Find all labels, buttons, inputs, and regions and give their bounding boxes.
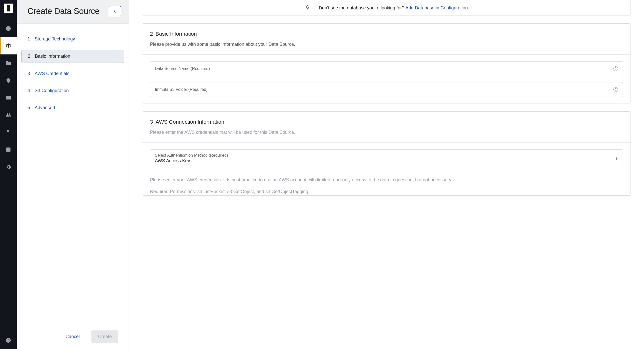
step-storage-technology[interactable]: 1 Storage Technology (21, 33, 124, 45)
page-title: Create Data Source (28, 6, 100, 16)
help-icon[interactable]: ? (613, 66, 618, 71)
rail-key[interactable] (0, 124, 17, 141)
tip-text: Don't see the database you're looking fo… (319, 5, 468, 11)
field-label: Immuta S3 Folder (Required) (155, 87, 208, 92)
step-label: S3 Configuration (35, 88, 69, 93)
section-description: Please enter the AWS credentials that wi… (150, 129, 623, 136)
basic-info-card: 2Basic Information Please provide us wit… (142, 23, 631, 104)
add-database-link[interactable]: Add Database in Configuration (405, 5, 468, 10)
field-value: AWS Access Key (155, 158, 228, 164)
nav-rail (0, 0, 17, 349)
step-basic-information[interactable]: 2 Basic Information (21, 50, 124, 63)
step-label: Storage Technology (35, 36, 75, 42)
step-label: Advanced (35, 105, 55, 110)
rail-logout[interactable] (0, 332, 17, 349)
rail-users[interactable] (0, 106, 17, 124)
rail-layers[interactable] (0, 37, 17, 54)
aws-note: Please enter your AWS credentials. It is… (142, 177, 631, 184)
section-description: Please provide us with some basic inform… (150, 41, 623, 48)
step-aws-credentials[interactable]: 3 AWS Credentials (21, 67, 124, 80)
rail-reports[interactable] (0, 141, 17, 158)
arrow-right-circle-icon (6, 338, 11, 343)
app-logo[interactable] (4, 4, 13, 13)
sidebar-header: Create Data Source (17, 0, 129, 24)
field-label: Select Authentication Method (Required) (155, 153, 228, 158)
step-s3-configuration[interactable]: 4 S3 Configuration (21, 84, 124, 97)
document-icon (6, 147, 11, 152)
plus-circle-icon (6, 26, 11, 31)
step-advanced[interactable]: 5 Advanced (21, 101, 124, 114)
help-icon[interactable]: ? (613, 87, 618, 92)
step-label: Basic Information (35, 54, 70, 59)
terminal-icon (6, 95, 11, 100)
lightbulb-icon (305, 5, 310, 11)
chevron-left-icon (114, 9, 116, 13)
rail-terminal[interactable] (0, 89, 17, 106)
section-title: 3AWS Connection Information (150, 119, 623, 125)
folder-icon (6, 60, 11, 66)
create-button[interactable]: Create (91, 330, 118, 343)
sidebar-footer: Cancel Create (17, 324, 129, 349)
select-chevron-icon: ▲▼ (615, 157, 618, 160)
data-source-name-field[interactable]: Data Source Name (Required) ? (150, 61, 623, 76)
rail-add[interactable] (0, 20, 17, 37)
rail-settings[interactable] (0, 158, 17, 176)
gear-icon (6, 164, 11, 170)
rail-shield[interactable] (0, 72, 17, 89)
auth-method-select[interactable]: Select Authentication Method (Required) … (150, 149, 623, 167)
main-content: Don't see the database you're looking fo… (129, 0, 644, 349)
wizard-sidebar: Create Data Source 1 Storage Technology … (17, 0, 129, 349)
rail-folder[interactable] (0, 54, 17, 72)
step-label: AWS Credentials (35, 71, 69, 76)
key-icon (6, 129, 11, 135)
wizard-steps: 1 Storage Technology 2 Basic Information… (17, 24, 129, 324)
back-button[interactable] (109, 6, 121, 16)
section-title: 2Basic Information (150, 31, 623, 37)
layers-icon (6, 43, 11, 49)
immuta-s3-folder-field[interactable]: Immuta S3 Folder (Required) ? (150, 82, 623, 97)
users-icon (6, 112, 11, 118)
aws-permissions-note: Required Permissions: s3:ListBucket, s3:… (142, 188, 631, 195)
tip-card: Don't see the database you're looking fo… (142, 0, 631, 16)
field-label: Data Source Name (Required) (155, 66, 210, 71)
cancel-button[interactable]: Cancel (65, 334, 80, 339)
shield-icon (6, 78, 11, 83)
aws-connection-card: 3AWS Connection Information Please enter… (142, 111, 631, 196)
